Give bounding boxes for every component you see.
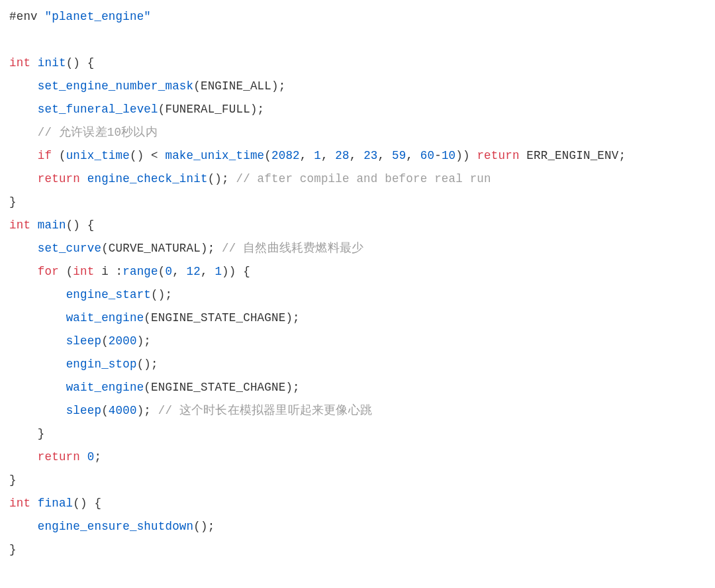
fn-range: range	[122, 265, 158, 278]
fn-main: main	[38, 219, 66, 232]
num-0: 0	[165, 265, 172, 278]
fn-engine-ensure-shutdown: engine_ensure_shutdown	[38, 520, 193, 533]
num-28: 28	[335, 149, 349, 162]
const-engine-state-chagne: ENGINE_STATE_CHAGNE	[151, 311, 285, 324]
num-2082: 2082	[271, 149, 300, 162]
const-engine-state-chagne: ENGINE_STATE_CHAGNE	[151, 381, 285, 394]
punct: ();	[151, 288, 172, 301]
num-23: 23	[363, 149, 377, 162]
num-1: 1	[215, 265, 222, 278]
kw-for: for	[38, 265, 59, 278]
fn-wait-engine: wait_engine	[66, 311, 144, 324]
const-err-engin-env: ERR_ENGIN_ENV	[526, 149, 618, 162]
fn-wait-engine: wait_engine	[66, 381, 144, 394]
punct: );	[137, 334, 151, 348]
fn-unix-time: unix_time	[66, 149, 130, 162]
punct: ,	[406, 149, 420, 162]
num-12: 12	[187, 265, 201, 278]
fn-sleep: sleep	[66, 334, 102, 348]
kw-int: int	[9, 56, 30, 70]
punct: ();	[193, 520, 215, 533]
punct: (	[66, 265, 73, 278]
num-59: 59	[392, 149, 406, 162]
punct: );	[271, 79, 285, 93]
punct: );	[285, 381, 299, 394]
punct: );	[285, 311, 299, 324]
punct: );	[137, 404, 151, 417]
num-0: 0	[87, 450, 95, 464]
punct: ();	[137, 358, 158, 371]
punct: )) {	[222, 265, 250, 278]
punct: ,	[172, 265, 186, 278]
fn-set-engine-number-mask: set_engine_number_mask	[38, 79, 193, 93]
comment-allow-10s: // 允许误差10秒以内	[38, 126, 158, 139]
punct: (	[158, 103, 166, 116]
punct: ;	[618, 149, 626, 162]
kw-int: int	[73, 265, 94, 278]
punct: (	[101, 404, 109, 417]
fn-sleep: sleep	[66, 404, 102, 417]
comment-heartbeat: // 这个时长在模拟器里听起来更像心跳	[158, 404, 372, 417]
fn-engin-stop: engin_stop	[66, 358, 137, 371]
punct: ,	[378, 149, 392, 162]
punct: }	[9, 473, 17, 487]
code-block: #env "planet_engine" int init() { set_en…	[0, 0, 715, 567]
kw-int: int	[9, 219, 30, 232]
punct: ))	[455, 149, 477, 162]
punct: );	[201, 242, 215, 255]
kw-if: if	[38, 149, 52, 162]
punct: );	[250, 103, 264, 116]
punct: (	[158, 265, 166, 278]
num-10: 10	[442, 149, 455, 162]
punct: (	[144, 381, 151, 394]
punct: <	[144, 149, 165, 162]
punct: :	[109, 265, 122, 278]
comment-natural-curve: // 自然曲线耗费燃料最少	[222, 242, 363, 255]
fn-set-curve: set_curve	[38, 242, 101, 255]
punct: -	[434, 149, 442, 162]
const-engine-all: ENGINE_ALL	[201, 79, 271, 93]
punct: (	[101, 242, 109, 255]
punct: () {	[66, 219, 95, 232]
fn-set-funeral-level: set_funeral_level	[38, 103, 158, 116]
kw-int: int	[9, 497, 30, 510]
kw-return: return	[38, 450, 80, 464]
punct: ,	[321, 149, 335, 162]
punct: }	[38, 427, 45, 440]
punct: () {	[66, 56, 95, 70]
punct: (	[264, 149, 271, 162]
string-planet-engine: "planet_engine"	[45, 10, 152, 23]
num-60: 60	[420, 149, 434, 162]
num-1: 1	[314, 149, 321, 162]
punct: }	[9, 543, 17, 556]
num-4000: 4000	[109, 404, 137, 417]
punct: (	[144, 311, 151, 324]
const-funeral-full: FUNERAL_FULL	[165, 103, 250, 116]
fn-init: init	[38, 56, 66, 70]
punct: (	[101, 334, 109, 348]
punct: (	[59, 149, 66, 162]
punct: ();	[208, 172, 229, 185]
punct: (	[193, 79, 201, 93]
fn-final: final	[38, 497, 73, 510]
punct: ,	[201, 265, 215, 278]
punct: }	[9, 195, 17, 209]
fn-engine-start: engine_start	[66, 288, 151, 301]
kw-return: return	[477, 149, 519, 162]
num-2000: 2000	[109, 334, 137, 348]
kw-return: return	[38, 172, 80, 185]
var-i: i	[101, 265, 109, 278]
fn-engine-check-init: engine_check_init	[87, 172, 208, 185]
punct: ,	[300, 149, 314, 162]
const-curve-natural: CURVE_NATURAL	[109, 242, 201, 255]
punct: ;	[94, 450, 101, 464]
punct: ,	[350, 149, 363, 162]
comment-after-compile: // after compile and before real run	[236, 172, 491, 185]
preproc-env: #env	[9, 10, 38, 23]
fn-make-unix-time: make_unix_time	[165, 149, 264, 162]
punct: ()	[130, 149, 144, 162]
punct: () {	[73, 497, 101, 510]
